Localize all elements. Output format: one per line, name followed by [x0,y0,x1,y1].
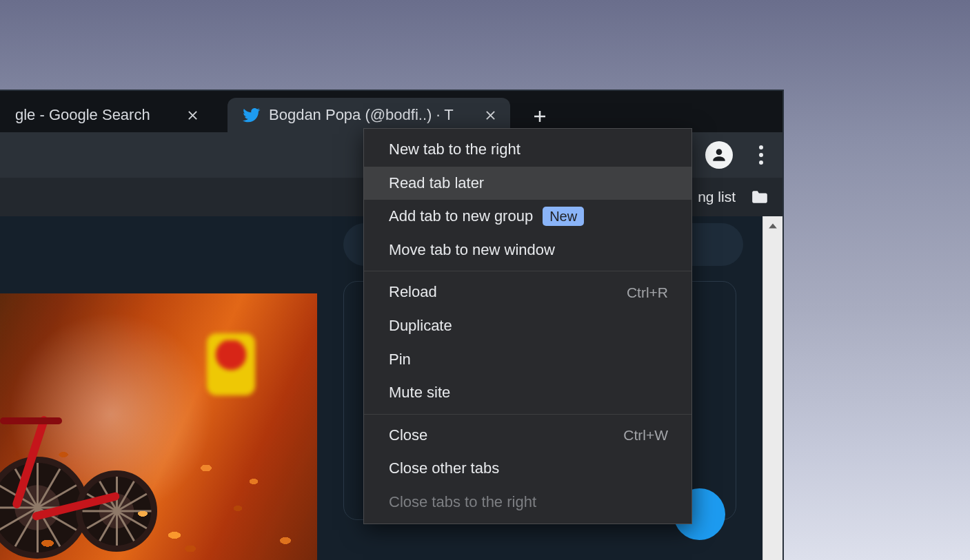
menu-label: Reload [389,282,437,302]
menu-label: Close other tabs [389,459,499,479]
menu-item-reload[interactable]: Reload Ctrl+R [364,276,691,309]
tab-strip: gle - Google Search Bogdan Popa (@bodfi.… [0,91,782,132]
menu-label: Duplicate [389,316,452,336]
vertical-scrollbar[interactable] [762,216,782,560]
menu-item-duplicate[interactable]: Duplicate [364,309,691,343]
menu-item-close-right: Close tabs to the right [364,486,691,519]
menu-shortcut: Ctrl+W [623,426,668,444]
menu-item-mute-site[interactable]: Mute site [364,376,691,410]
profile-avatar-button[interactable] [705,141,733,169]
menu-label: Read tab later [389,174,484,194]
close-icon[interactable] [185,107,200,123]
menu-label: New tab to the right [389,140,521,160]
menu-shortcut: Ctrl+R [627,283,668,302]
menu-item-new-tab-right[interactable]: New tab to the right [364,133,691,167]
menu-label: Close tabs to the right [389,492,536,512]
menu-item-close-other[interactable]: Close other tabs [364,452,691,486]
menu-item-move-to-window[interactable]: Move tab to new window [364,234,691,267]
menu-item-add-tab-group[interactable]: Add tab to new group New [364,200,691,234]
scroll-up-arrow-icon[interactable] [763,216,782,236]
chrome-menu-button[interactable] [751,141,771,169]
menu-label: Pin [389,350,411,370]
menu-label: Add tab to new group [389,207,533,227]
menu-separator [364,271,691,271]
tab-title: Bogdan Popa (@bodfi..) · T [269,106,474,124]
menu-label: Mute site [389,383,450,403]
menu-separator [364,414,691,415]
tab-google-search[interactable]: gle - Google Search [0,98,212,132]
tab-twitter-profile[interactable]: Bogdan Popa (@bodfi..) · T [228,98,510,132]
menu-item-read-tab-later[interactable]: Read tab later [364,167,691,200]
menu-item-close[interactable]: Close Ctrl+W [364,419,691,453]
reading-list-button[interactable]: ng list [698,189,736,205]
profile-header-image [0,293,317,560]
folder-icon[interactable] [751,189,769,205]
close-icon[interactable] [483,107,498,123]
tab-context-menu: New tab to the right Read tab later Add … [363,128,692,524]
twitter-icon [243,106,261,124]
new-badge: New [543,207,584,226]
tab-title: gle - Google Search [15,106,176,124]
menu-label: Move tab to new window [389,240,555,260]
menu-item-pin[interactable]: Pin [364,343,691,377]
new-tab-button[interactable] [528,105,552,128]
menu-label: Close [389,426,427,446]
